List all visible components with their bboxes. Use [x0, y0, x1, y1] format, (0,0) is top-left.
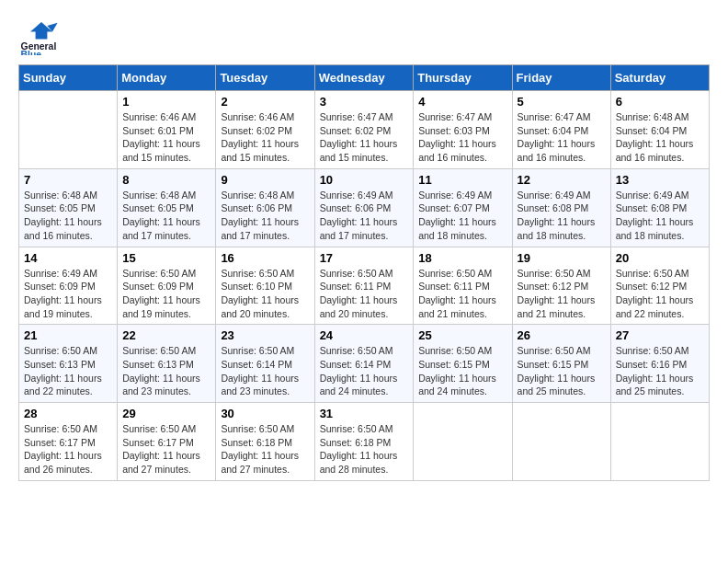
day-info: Sunrise: 6:50 AMSunset: 6:14 PMDaylight:… [221, 344, 309, 398]
day-info: Sunrise: 6:49 AMSunset: 6:06 PMDaylight:… [320, 189, 409, 243]
calendar-cell: 18Sunrise: 6:50 AMSunset: 6:11 PMDayligh… [414, 247, 512, 325]
day-number: 20 [616, 251, 704, 265]
calendar-cell: 8Sunrise: 6:48 AMSunset: 6:05 PMDaylight… [118, 168, 216, 247]
day-info: Sunrise: 6:47 AMSunset: 6:03 PMDaylight:… [418, 110, 506, 165]
calendar-week-row: 21Sunrise: 6:50 AMSunset: 6:13 PMDayligh… [19, 325, 710, 403]
day-number: 4 [418, 95, 506, 109]
day-number: 22 [122, 328, 210, 342]
day-info: Sunrise: 6:50 AMSunset: 6:18 PMDaylight:… [221, 422, 309, 477]
calendar-cell: 30Sunrise: 6:50 AMSunset: 6:18 PMDayligh… [216, 403, 314, 481]
day-info: Sunrise: 6:50 AMSunset: 6:17 PMDaylight:… [122, 422, 210, 477]
weekday-header-friday: Friday [512, 65, 610, 91]
day-info: Sunrise: 6:47 AMSunset: 6:04 PMDaylight:… [518, 110, 606, 165]
calendar-cell: 2Sunrise: 6:46 AMSunset: 6:02 PMDaylight… [216, 91, 314, 169]
calendar-cell: 5Sunrise: 6:47 AMSunset: 6:04 PMDaylight… [512, 91, 610, 169]
calendar-cell: 16Sunrise: 6:50 AMSunset: 6:10 PMDayligh… [216, 247, 314, 325]
weekday-header-sunday: Sunday [19, 65, 118, 91]
day-info: Sunrise: 6:50 AMSunset: 6:10 PMDaylight:… [221, 267, 309, 321]
calendar-cell: 26Sunrise: 6:50 AMSunset: 6:15 PMDayligh… [512, 325, 610, 403]
day-info: Sunrise: 6:50 AMSunset: 6:16 PMDaylight:… [616, 344, 704, 398]
calendar-cell: 22Sunrise: 6:50 AMSunset: 6:13 PMDayligh… [118, 325, 216, 403]
logo: General Blue [18, 18, 64, 55]
day-number: 3 [320, 95, 409, 109]
day-number: 21 [24, 328, 112, 342]
day-info: Sunrise: 6:50 AMSunset: 6:18 PMDaylight:… [320, 422, 409, 477]
day-info: Sunrise: 6:49 AMSunset: 6:08 PMDaylight:… [518, 189, 606, 243]
day-number: 9 [221, 173, 309, 187]
day-number: 27 [616, 328, 704, 342]
day-number: 18 [418, 251, 506, 265]
calendar-cell: 28Sunrise: 6:50 AMSunset: 6:17 PMDayligh… [19, 403, 118, 481]
day-info: Sunrise: 6:50 AMSunset: 6:12 PMDaylight:… [616, 267, 704, 321]
calendar-cell [19, 91, 118, 169]
calendar-cell: 13Sunrise: 6:49 AMSunset: 6:08 PMDayligh… [610, 168, 709, 247]
calendar-cell: 23Sunrise: 6:50 AMSunset: 6:14 PMDayligh… [216, 325, 314, 403]
calendar-week-row: 14Sunrise: 6:49 AMSunset: 6:09 PMDayligh… [19, 247, 710, 325]
day-info: Sunrise: 6:50 AMSunset: 6:11 PMDaylight:… [418, 267, 506, 321]
day-info: Sunrise: 6:48 AMSunset: 6:04 PMDaylight:… [616, 110, 704, 165]
day-info: Sunrise: 6:48 AMSunset: 6:06 PMDaylight:… [221, 189, 309, 243]
calendar-cell: 10Sunrise: 6:49 AMSunset: 6:06 PMDayligh… [314, 168, 414, 247]
calendar-cell: 11Sunrise: 6:49 AMSunset: 6:07 PMDayligh… [414, 168, 512, 247]
day-number: 26 [518, 328, 606, 342]
day-info: Sunrise: 6:50 AMSunset: 6:15 PMDaylight:… [418, 344, 506, 398]
calendar-cell: 21Sunrise: 6:50 AMSunset: 6:13 PMDayligh… [19, 325, 118, 403]
calendar-cell: 14Sunrise: 6:49 AMSunset: 6:09 PMDayligh… [19, 247, 118, 325]
weekday-header-monday: Monday [118, 65, 216, 91]
weekday-header-thursday: Thursday [414, 65, 512, 91]
day-number: 15 [122, 251, 210, 265]
day-info: Sunrise: 6:46 AMSunset: 6:01 PMDaylight:… [122, 110, 210, 165]
calendar-cell: 24Sunrise: 6:50 AMSunset: 6:14 PMDayligh… [314, 325, 414, 403]
day-number: 11 [418, 173, 506, 187]
weekday-header-tuesday: Tuesday [216, 65, 314, 91]
calendar-cell: 17Sunrise: 6:50 AMSunset: 6:11 PMDayligh… [314, 247, 414, 325]
day-number: 17 [320, 251, 409, 265]
day-info: Sunrise: 6:50 AMSunset: 6:17 PMDaylight:… [24, 422, 112, 477]
day-number: 1 [122, 95, 210, 109]
day-number: 13 [616, 173, 704, 187]
calendar-week-row: 28Sunrise: 6:50 AMSunset: 6:17 PMDayligh… [19, 403, 710, 481]
calendar-cell: 3Sunrise: 6:47 AMSunset: 6:02 PMDaylight… [314, 91, 414, 169]
day-info: Sunrise: 6:50 AMSunset: 6:14 PMDaylight:… [320, 344, 409, 398]
calendar-cell: 29Sunrise: 6:50 AMSunset: 6:17 PMDayligh… [118, 403, 216, 481]
day-number: 24 [320, 328, 409, 342]
weekday-header-wednesday: Wednesday [314, 65, 414, 91]
calendar-cell: 4Sunrise: 6:47 AMSunset: 6:03 PMDaylight… [414, 91, 512, 169]
calendar-cell [610, 403, 709, 481]
calendar-cell: 1Sunrise: 6:46 AMSunset: 6:01 PMDaylight… [118, 91, 216, 169]
day-info: Sunrise: 6:50 AMSunset: 6:09 PMDaylight:… [122, 267, 210, 321]
day-info: Sunrise: 6:48 AMSunset: 6:05 PMDaylight:… [24, 189, 112, 243]
svg-marker-0 [30, 22, 52, 39]
day-number: 16 [221, 251, 309, 265]
calendar-cell: 15Sunrise: 6:50 AMSunset: 6:09 PMDayligh… [118, 247, 216, 325]
day-info: Sunrise: 6:50 AMSunset: 6:12 PMDaylight:… [518, 267, 606, 321]
day-number: 8 [122, 173, 210, 187]
day-info: Sunrise: 6:50 AMSunset: 6:13 PMDaylight:… [122, 344, 210, 398]
day-number: 6 [616, 95, 704, 109]
calendar-table: SundayMondayTuesdayWednesdayThursdayFrid… [18, 64, 710, 481]
day-info: Sunrise: 6:49 AMSunset: 6:08 PMDaylight:… [616, 189, 704, 243]
day-number: 19 [518, 251, 606, 265]
day-number: 12 [518, 173, 606, 187]
day-info: Sunrise: 6:49 AMSunset: 6:07 PMDaylight:… [418, 189, 506, 243]
weekday-header-saturday: Saturday [610, 65, 709, 91]
calendar-cell: 20Sunrise: 6:50 AMSunset: 6:12 PMDayligh… [610, 247, 709, 325]
day-info: Sunrise: 6:48 AMSunset: 6:05 PMDaylight:… [122, 189, 210, 243]
day-number: 7 [24, 173, 112, 187]
calendar-cell [414, 403, 512, 481]
day-number: 5 [518, 95, 606, 109]
calendar-week-row: 1Sunrise: 6:46 AMSunset: 6:01 PMDaylight… [19, 91, 710, 169]
day-number: 31 [320, 407, 409, 420]
calendar-cell: 7Sunrise: 6:48 AMSunset: 6:05 PMDaylight… [19, 168, 118, 247]
header: General Blue [18, 18, 710, 55]
calendar-cell: 31Sunrise: 6:50 AMSunset: 6:18 PMDayligh… [314, 403, 414, 481]
day-number: 25 [418, 328, 506, 342]
day-number: 14 [24, 251, 112, 265]
calendar-week-row: 7Sunrise: 6:48 AMSunset: 6:05 PMDaylight… [19, 168, 710, 247]
svg-text:Blue: Blue [21, 50, 42, 55]
day-info: Sunrise: 6:50 AMSunset: 6:13 PMDaylight:… [24, 344, 112, 398]
day-info: Sunrise: 6:50 AMSunset: 6:15 PMDaylight:… [518, 344, 606, 398]
day-info: Sunrise: 6:47 AMSunset: 6:02 PMDaylight:… [320, 110, 409, 165]
calendar-cell: 19Sunrise: 6:50 AMSunset: 6:12 PMDayligh… [512, 247, 610, 325]
day-number: 23 [221, 328, 309, 342]
